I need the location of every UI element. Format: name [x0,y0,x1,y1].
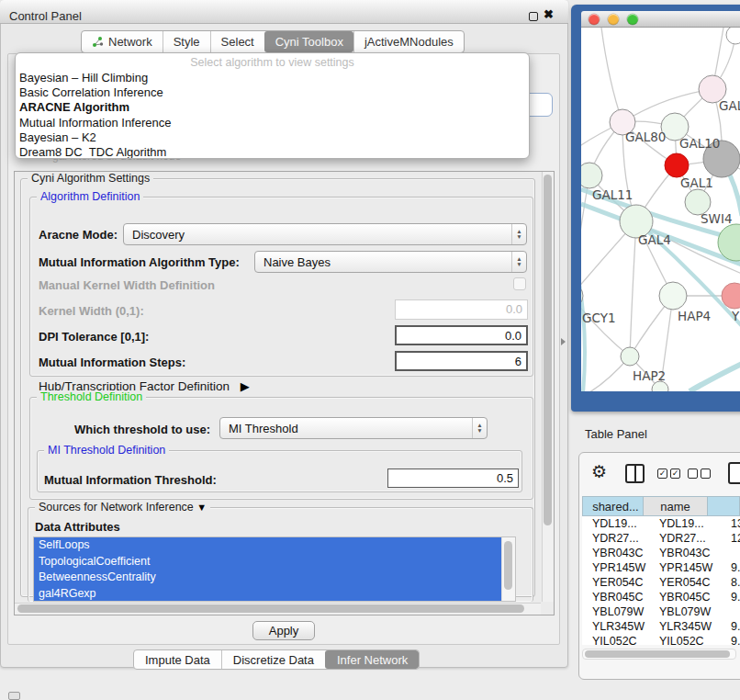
table-cell: YBR045C [582,590,652,604]
algorithm-option[interactable]: Mutual Information Inference [16,116,529,130]
attribute-item-selected[interactable]: SelfLoops [34,537,501,554]
table-cell: 13 [726,516,740,531]
table-row[interactable]: YBR043CYBR043C [582,546,740,560]
sources-collapser[interactable]: Sources for Network Inference ▼ [35,501,210,514]
table-row[interactable]: YDR27...YDR27...12 [582,531,740,546]
attribute-item-selected[interactable]: gal4RGexp [34,586,501,602]
algorithm-option[interactable]: Bayesian – Hill Climbing [16,71,529,85]
new-column-icon[interactable] [728,462,740,484]
node-label-Y: Y [731,309,740,323]
table-row[interactable]: YLR345WYLR345W9. [582,619,740,634]
table-cell: YIL052C [652,634,726,645]
stepper-arrows-icon: ▲▼ [511,252,526,272]
table-cell: YER054C [652,575,726,590]
attribute-item-selected[interactable]: TopologicalCoefficient [34,554,501,570]
node-label-GAL11: GAL11 [592,187,633,202]
kernel-width-field[interactable]: 0.0 [395,299,528,320]
cyni-bottom-tab-bar: Impute Data Discretize Data Infer Networ… [133,649,420,670]
table-cell: YBR045C [652,590,726,604]
node-GAL11[interactable] [581,163,602,188]
mi-steps-field[interactable]: 6 [395,351,528,371]
table-row[interactable]: YER054CYER054C8. [582,575,740,590]
algorithm-option[interactable]: Bayesian – K2 [16,130,529,145]
tab-network[interactable]: Network [82,31,163,52]
aracne-mode-select[interactable]: Discovery ▲▼ [123,223,527,245]
deselect-all-columns-icon[interactable] [688,469,711,479]
table-cell: 12 [726,531,740,546]
tab-infer-network[interactable]: Infer Network [325,650,419,669]
which-threshold-select[interactable]: MI Threshold ▲▼ [219,417,488,439]
show-columns-icon[interactable] [625,464,645,483]
node-label-HAP4: HAP4 [678,309,711,323]
tab-cyni-toolbox[interactable]: Cyni Toolbox [264,31,353,52]
column-header-shared-name[interactable]: shared... [582,496,644,516]
table-row[interactable]: YBL079WYBL079W [582,604,740,619]
expand-right-arrow-icon: ▶ [241,379,250,393]
table-row[interactable]: YPR145WYPR145W9. [582,560,740,575]
node-partial-top[interactable] [726,28,740,44]
tab-label: Select [221,35,254,49]
network-tab-icon [92,36,104,48]
mi-threshold-label: Mutual Information Threshold: [44,473,217,487]
float-window-icon[interactable] [529,12,538,21]
split-pane-arrow-icon[interactable] [561,338,566,345]
control-panel-titlebar[interactable] [0,0,568,24]
table-cell: YIL052C [582,634,652,645]
table-horizontal-scrollbar-thumb[interactable] [585,650,730,658]
tab-style[interactable]: Style [163,31,210,52]
tab-discretize-data[interactable]: Discretize Data [221,650,325,669]
table-cell: YLR345W [582,619,652,634]
table-panel-title: Table Panel [585,427,647,441]
tab-label: Network [108,35,152,49]
mi-threshold-field[interactable]: 0.5 [387,469,519,488]
close-icon[interactable]: ✖ [544,7,554,21]
tab-select[interactable]: Select [210,31,264,52]
table-cell: 8. [726,575,740,590]
algorithm-option[interactable]: Dream8 DC_TDC Algorithm [16,145,529,159]
node-GAL1[interactable] [665,153,689,177]
attributes-scrollbar-thumb[interactable] [504,541,512,590]
select-all-columns-icon[interactable]: ✓ ✓ [657,469,680,479]
network-edge [581,296,630,356]
apply-button[interactable]: Apply [252,621,315,640]
mi-algorithm-type-select[interactable]: Naive Bayes ▲▼ [254,251,527,273]
kernel-width-label: Kernel Width (0,1): [39,304,144,318]
dpi-tolerance-field[interactable]: 0.0 [395,325,528,345]
group-title: Algorithm Definition [37,190,143,203]
desktop: Control Panel ✖ Network Style Select Cyn… [0,0,740,700]
node-HAP4[interactable] [659,282,687,310]
table-row[interactable]: YDL19...YDL19...13 [582,516,740,531]
table-cell: YDR27... [582,531,652,546]
dpi-tolerance-label: DPI Tolerance [0,1]: [39,330,149,344]
close-traffic-light-icon[interactable] [589,14,600,25]
column-header-partial[interactable] [708,496,740,516]
settings-vertical-scrollbar-thumb[interactable] [544,175,552,525]
group-title: MI Threshold Definition [44,444,169,457]
node-label-GAL4: GAL4 [638,232,671,247]
stepper-arrows-icon: ▲▼ [511,224,526,244]
tab-jactivemnodules[interactable]: jActiveMNodules [353,31,464,52]
algorithm-option[interactable]: ARACNE Algorithm [16,100,529,115]
tab-impute-data[interactable]: Impute Data [134,650,221,669]
algorithm-placeholder-option[interactable]: Select algorithm to view settings [16,53,529,71]
node-HAP2[interactable] [621,347,639,366]
algorithm-option[interactable]: Basic Correlation Inference [16,85,529,100]
zoom-traffic-light-icon[interactable] [627,14,638,25]
tab-label: Style [174,35,200,49]
algorithm-dropdown-popup: Select algorithm to view settings Bayesi… [15,52,530,159]
network-window-titlebar[interactable] [581,11,740,28]
minimized-window-icon[interactable] [8,692,20,700]
network-canvas[interactable]: GALGAL80GAL10GAL1GAL11SWI4GAL4GCY1HAP4YH… [581,28,740,391]
settings-horizontal-scrollbar-thumb[interactable] [17,604,524,613]
column-header-name[interactable]: name [644,496,708,516]
table-cell: YER054C [582,575,652,590]
minimize-traffic-light-icon[interactable] [608,14,619,25]
table-cell: YDL19... [652,516,726,531]
table-cell: 9. [726,560,740,575]
manual-kernel-width-checkbox[interactable] [513,277,526,290]
table-settings-gear-icon[interactable]: ⚙ [591,461,607,482]
table-row[interactable]: YBR045CYBR045C9. [582,590,740,604]
table-cell [726,604,740,619]
attribute-item-selected[interactable]: BetweennessCentrality [34,570,501,586]
table-row[interactable]: YIL052CYIL052C9. [582,634,740,645]
